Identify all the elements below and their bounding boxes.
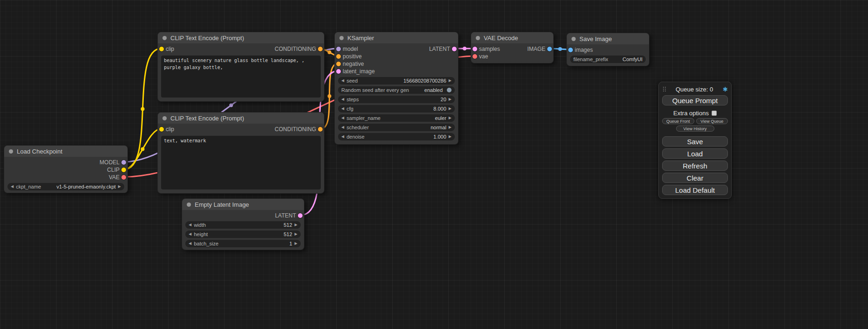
decrement-arrow-icon[interactable]: ◀ bbox=[341, 107, 344, 111]
widget-label: steps bbox=[346, 97, 359, 102]
node-title: CLIP Text Encode (Prompt) bbox=[170, 35, 244, 42]
decrement-arrow-icon[interactable]: ◀ bbox=[189, 232, 191, 236]
node-title: Empty Latent Image bbox=[195, 201, 249, 208]
output-slot-conditioning[interactable] bbox=[318, 47, 323, 51]
settings-gear-icon[interactable]: ✱ bbox=[723, 86, 728, 92]
widget-value: normal bbox=[430, 125, 446, 130]
node-title-bar[interactable]: CLIP Text Encode (Prompt) bbox=[158, 112, 324, 124]
widget-batch-size[interactable]: ◀ batch_size 1 ▶ bbox=[185, 240, 301, 247]
drag-handle-icon[interactable] bbox=[663, 87, 664, 88]
queue-prompt-button[interactable]: Queue Prompt bbox=[662, 95, 728, 105]
extra-options-checkbox[interactable] bbox=[712, 111, 717, 116]
toggle-indicator-icon[interactable] bbox=[447, 88, 452, 92]
widget-steps[interactable]: ◀ steps 20 ▶ bbox=[338, 96, 455, 103]
queue-front-button[interactable]: Queue Front bbox=[662, 118, 694, 124]
input-slot-samples[interactable] bbox=[473, 47, 477, 51]
output-label: LATENT bbox=[275, 212, 296, 219]
input-slot-positive[interactable] bbox=[336, 54, 341, 59]
node-title-bar[interactable]: Empty Latent Image bbox=[182, 199, 304, 210]
increment-arrow-icon[interactable]: ▶ bbox=[449, 116, 452, 120]
widget-filename-prefix[interactable]: filename_prefix ComfyUI bbox=[570, 56, 646, 63]
input-label: samples bbox=[479, 46, 500, 52]
node-title-bar[interactable]: KSampler bbox=[335, 32, 458, 43]
collapse-dot-icon[interactable] bbox=[476, 36, 480, 40]
widget-ckpt-name[interactable]: ◀ ckpt_name v1-5-pruned-emaonly.ckpt ▶ bbox=[7, 183, 124, 190]
widget-label: cfg bbox=[346, 106, 353, 112]
node-title-bar[interactable]: Load Checkpoint bbox=[4, 146, 127, 157]
view-history-button[interactable]: View History bbox=[676, 126, 714, 132]
save-button[interactable]: Save bbox=[662, 136, 728, 147]
output-slot-latent[interactable] bbox=[452, 47, 457, 51]
widget-random-seed-toggle[interactable]: Random seed after every gen enabled bbox=[338, 86, 455, 94]
positive-prompt-textarea[interactable]: beautiful scenery nature glass bottle la… bbox=[161, 56, 321, 98]
node-empty-latent-image: Empty Latent Image LATENT ◀ width 512 ▶ … bbox=[182, 198, 304, 250]
widget-label: seed bbox=[346, 78, 358, 84]
refresh-button[interactable]: Refresh bbox=[662, 161, 728, 171]
node-title-bar[interactable]: CLIP Text Encode (Prompt) bbox=[158, 32, 324, 43]
view-queue-button[interactable]: View Queue bbox=[696, 118, 728, 124]
widget-denoise[interactable]: ◀ denoise 1.000 ▶ bbox=[338, 133, 455, 140]
widget-value: 1 bbox=[289, 241, 292, 246]
output-slot-vae[interactable] bbox=[121, 175, 126, 180]
widget-label: height bbox=[194, 231, 208, 237]
increment-arrow-icon[interactable]: ▶ bbox=[449, 98, 452, 101]
decrement-arrow-icon[interactable]: ◀ bbox=[341, 79, 344, 83]
output-slot-latent[interactable] bbox=[298, 213, 303, 218]
widget-value: 1.000 bbox=[433, 134, 446, 140]
decrement-arrow-icon[interactable]: ◀ bbox=[341, 135, 344, 139]
widget-value: 512 bbox=[283, 222, 292, 228]
widget-label: Random seed after every gen bbox=[341, 87, 409, 93]
widget-value: 8.000 bbox=[433, 106, 446, 112]
widget-width[interactable]: ◀ width 512 ▶ bbox=[185, 221, 301, 229]
increment-arrow-icon[interactable]: ▶ bbox=[295, 232, 297, 236]
input-slot-images[interactable] bbox=[568, 48, 573, 52]
decrement-arrow-icon[interactable]: ◀ bbox=[189, 242, 191, 245]
widget-label: batch_size bbox=[194, 241, 219, 246]
load-button[interactable]: Load bbox=[662, 148, 728, 159]
increment-arrow-icon[interactable]: ▶ bbox=[118, 185, 121, 189]
negative-prompt-textarea[interactable]: text, watermark bbox=[161, 136, 321, 189]
widget-cfg[interactable]: ◀ cfg 8.000 ▶ bbox=[338, 105, 455, 112]
slot-row: clip CONDITIONING bbox=[158, 126, 324, 133]
collapse-dot-icon[interactable] bbox=[187, 203, 191, 207]
load-default-button[interactable]: Load Default bbox=[662, 185, 728, 195]
increment-arrow-icon[interactable]: ▶ bbox=[449, 135, 452, 139]
increment-arrow-icon[interactable]: ▶ bbox=[449, 79, 452, 83]
widget-seed[interactable]: ◀ seed 156680208700286 ▶ bbox=[338, 77, 455, 84]
extra-options-label: Extra options bbox=[673, 110, 709, 117]
slot-row: latent_image bbox=[335, 68, 458, 75]
decrement-arrow-icon[interactable]: ◀ bbox=[11, 185, 14, 189]
increment-arrow-icon[interactable]: ▶ bbox=[449, 107, 452, 111]
decrement-arrow-icon[interactable]: ◀ bbox=[341, 126, 344, 129]
widget-scheduler[interactable]: ◀ scheduler normal ▶ bbox=[338, 124, 455, 131]
output-slot-model[interactable] bbox=[121, 160, 126, 165]
input-slot-clip[interactable] bbox=[159, 127, 164, 132]
input-slot-negative[interactable] bbox=[336, 62, 341, 66]
collapse-dot-icon[interactable] bbox=[162, 116, 167, 120]
increment-arrow-icon[interactable]: ▶ bbox=[295, 242, 297, 245]
collapse-dot-icon[interactable] bbox=[162, 36, 167, 40]
slot-row: samples IMAGE bbox=[471, 45, 553, 53]
increment-arrow-icon[interactable]: ▶ bbox=[449, 126, 452, 129]
node-title-bar[interactable]: VAE Decode bbox=[471, 32, 553, 43]
view-history-row: View History bbox=[662, 126, 728, 132]
collapse-dot-icon[interactable] bbox=[9, 149, 13, 154]
input-slot-clip[interactable] bbox=[159, 47, 164, 51]
widget-height[interactable]: ◀ height 512 ▶ bbox=[185, 231, 301, 238]
decrement-arrow-icon[interactable]: ◀ bbox=[341, 98, 344, 101]
widget-label: width bbox=[194, 222, 206, 228]
output-slot-image[interactable] bbox=[547, 47, 552, 51]
input-slot-vae[interactable] bbox=[473, 54, 477, 59]
collapse-dot-icon[interactable] bbox=[572, 37, 576, 41]
collapse-dot-icon[interactable] bbox=[339, 36, 344, 40]
decrement-arrow-icon[interactable]: ◀ bbox=[341, 116, 344, 120]
decrement-arrow-icon[interactable]: ◀ bbox=[189, 223, 191, 227]
clear-button[interactable]: Clear bbox=[662, 173, 728, 183]
output-slot-conditioning[interactable] bbox=[318, 127, 323, 132]
input-slot-latent-image[interactable] bbox=[336, 69, 341, 74]
increment-arrow-icon[interactable]: ▶ bbox=[295, 223, 297, 227]
widget-sampler-name[interactable]: ◀ sampler_name euler ▶ bbox=[338, 114, 455, 122]
output-slot-clip[interactable] bbox=[121, 168, 126, 172]
input-slot-model[interactable] bbox=[336, 47, 341, 51]
node-title-bar[interactable]: Save Image bbox=[567, 33, 649, 44]
